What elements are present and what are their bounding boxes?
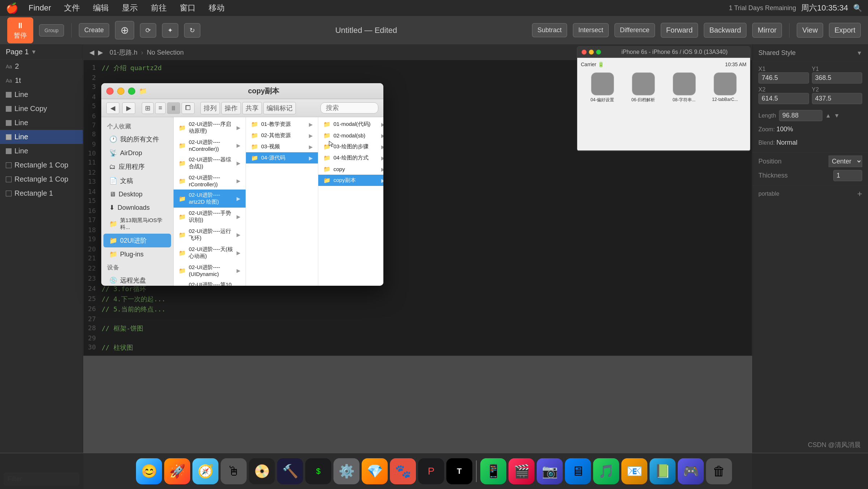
dock-sketch[interactable]: 💎 [362, 458, 388, 484]
sidebar-item-plugins[interactable]: 📁 Plug-ins [103, 248, 171, 261]
iphone-traffic-green[interactable] [596, 50, 601, 55]
finder-file-教学资源[interactable]: 📁 01-教学资源 ▶ [246, 119, 318, 130]
page-dropdown-icon[interactable]: ▼ [31, 49, 37, 55]
create-button[interactable]: Create [79, 23, 109, 37]
dock-paw[interactable]: 🐾 [390, 458, 416, 484]
finder-file-视频[interactable]: 📁 03-视频 ▶ [246, 141, 318, 152]
boolean-button[interactable]: ✦ [162, 23, 178, 38]
dock-terminal[interactable]: $ [305, 458, 331, 484]
sidebar-item-02uijinjie[interactable]: 📁 02UI进阶 [103, 234, 171, 247]
finder-file-其他资源[interactable]: 📁 02-其他资源 ▶ [246, 130, 318, 141]
dock-app3[interactable]: 📷 [537, 458, 563, 484]
forward-button[interactable]: Forward [661, 23, 698, 38]
finder-list-view-button[interactable]: ≡ [155, 102, 166, 114]
finder-cover-view-button[interactable]: ⧠ [182, 102, 195, 114]
layer-aa1t[interactable]: Aa 1t [0, 73, 83, 88]
sidebar-item-desktop[interactable]: 🖥 Desktop [103, 188, 171, 201]
finder-file-copy副本[interactable]: 📁 copy副本 ▶ [318, 175, 383, 186]
menu-view[interactable]: 显示 [119, 2, 141, 14]
iphone-app-2[interactable]: 06-归档解析 [625, 72, 662, 103]
dock-app5[interactable]: 🎵 [593, 458, 619, 484]
finder-forward-button[interactable]: ▶ [122, 102, 135, 114]
iphone-traffic-yellow[interactable] [589, 50, 594, 55]
layer-rect1[interactable]: Rectangle 1 Cop [0, 158, 83, 172]
finder-file-手势[interactable]: 📁 02-UI进阶----手势识别)) ▶ [174, 208, 246, 226]
dock-app6[interactable]: 📧 [621, 458, 647, 484]
dock-app8[interactable]: 🎮 [678, 458, 704, 484]
subtract-button[interactable]: Subtract [532, 23, 567, 37]
sidebar-item-downloads[interactable]: ⬇ Downloads [103, 201, 171, 214]
add-style-button[interactable]: + [857, 189, 862, 199]
difference-button[interactable]: Difference [614, 23, 655, 37]
finder-file-运行[interactable]: 📁 02-UI进阶----运行飞环) ▶ [174, 226, 246, 244]
dock-app4[interactable]: 🖥 [565, 458, 591, 484]
finder-file-modal代码[interactable]: 📁 01-modal(代码) ▶ [318, 119, 383, 130]
sidebar-item-docs[interactable]: 📄 文稿 [103, 174, 171, 188]
group-button[interactable]: Group [39, 24, 64, 37]
add-button[interactable]: ⊕ [115, 21, 134, 39]
layer-line3-selected[interactable]: Line [0, 130, 83, 144]
sidebar-item-dvd[interactable]: 💿 远程光盘 [103, 273, 171, 286]
dock-app1[interactable]: 📱 [480, 458, 506, 484]
dock-black2[interactable]: T [446, 458, 472, 484]
sidebar-item-airdrop[interactable]: 📡 AirDrop [103, 146, 171, 160]
finder-icon-view-button[interactable]: ⊞ [142, 102, 154, 114]
iphone-traffic-red[interactable] [582, 50, 587, 55]
layer-line-copy[interactable]: Line Copy [0, 102, 83, 116]
finder-search-input[interactable] [320, 102, 378, 114]
layer-rect2[interactable]: Rectangle 1 Cop [0, 172, 83, 186]
thickness-input[interactable] [833, 170, 862, 181]
dock-launchpad[interactable]: 🚀 [164, 458, 190, 484]
y1-input[interactable] [812, 72, 863, 84]
finder-file-copy[interactable]: 📁 copy ▶ [318, 163, 383, 175]
finder-close-button[interactable] [106, 88, 114, 95]
menu-edit[interactable]: 编辑 [90, 2, 112, 14]
dock-trash[interactable]: 🗑 [706, 458, 732, 484]
editor-nav-forward[interactable]: ▶ [98, 48, 103, 56]
menu-go[interactable]: 前往 [148, 2, 170, 14]
export-button[interactable]: Export [829, 23, 861, 38]
x2-input[interactable] [758, 93, 809, 104]
mirror-button[interactable]: Mirror [752, 23, 782, 38]
finder-file-nController[interactable]: 📁 02-UI进阶----nController)) ▶ [174, 137, 246, 154]
iphone-app-3[interactable]: 08-字符串... [665, 72, 703, 103]
x1-input[interactable] [758, 72, 809, 84]
intersect-button[interactable]: Intersect [573, 23, 609, 37]
iphone-app-1[interactable]: 04-偏好设置 [584, 72, 621, 103]
editor-nav-back[interactable]: ◀ [89, 48, 94, 56]
finder-file-源代码[interactable]: 📁 04-源代码 ▶ [246, 152, 318, 163]
dock-finder[interactable]: 😊 [136, 458, 162, 484]
finder-sort-button[interactable]: 排列 [200, 102, 220, 114]
finder-action-button[interactable]: 操作 [221, 102, 241, 114]
finder-file-artz2d[interactable]: 📁 02-UI进阶----artz2D 绘图) ▶ [174, 190, 246, 208]
dock-dvdplayer[interactable]: 📀 [249, 458, 275, 484]
finder-file-器综合[interactable]: 📁 02-UI进阶----器综合战)) ▶ [174, 154, 246, 172]
layer-line1[interactable]: Line [0, 88, 83, 102]
backward-button[interactable]: Backward [704, 23, 746, 38]
finder-file-svn[interactable]: 📁 02-UI进阶----第10天(SVN) ▶ [174, 279, 246, 286]
finder-file-绘图方式[interactable]: 📁 04-绘图的方式 ▶ [318, 152, 383, 163]
dock-xcode[interactable]: 🔨 [277, 458, 303, 484]
angle-down-icon[interactable]: ▼ [834, 112, 840, 119]
finder-bookmark-button[interactable]: 编辑标记 [263, 102, 296, 114]
view-button[interactable]: View [797, 23, 823, 38]
finder-column-view-button[interactable]: ⫼ [167, 102, 180, 114]
finder-share-button[interactable]: 共享 [242, 102, 262, 114]
menu-finder[interactable]: Finder [26, 3, 54, 13]
dock-app2[interactable]: 🎬 [509, 458, 535, 484]
angle-up-icon[interactable]: ▲ [825, 112, 831, 119]
dock-black1[interactable]: P [418, 458, 444, 484]
connect-button[interactable]: ⟳ [140, 23, 156, 38]
layer-rect3[interactable]: Rectangle 1 [0, 186, 83, 200]
finder-file-核心[interactable]: 📁 02-UI进阶----天(核心动画) ▶ [174, 244, 246, 262]
layer-line2[interactable]: Line [0, 116, 83, 130]
sidebar-item-heima[interactable]: 📁 第13期黑马iOS学科... [103, 214, 171, 233]
search-icon[interactable]: 🔍 [853, 4, 862, 12]
dock-safari[interactable]: 🧭 [192, 458, 218, 484]
shared-style-dropdown[interactable]: ▼ [856, 50, 862, 56]
finder-back-button[interactable]: ◀ [106, 102, 119, 114]
finder-file-uidynamic[interactable]: 📁 02-UI进阶----(UIDynamic) ▶ [174, 262, 246, 279]
stop-button[interactable]: ⏸ 暂停 [7, 17, 33, 43]
y2-input[interactable] [812, 93, 863, 104]
finder-minimize-button[interactable] [117, 88, 124, 95]
